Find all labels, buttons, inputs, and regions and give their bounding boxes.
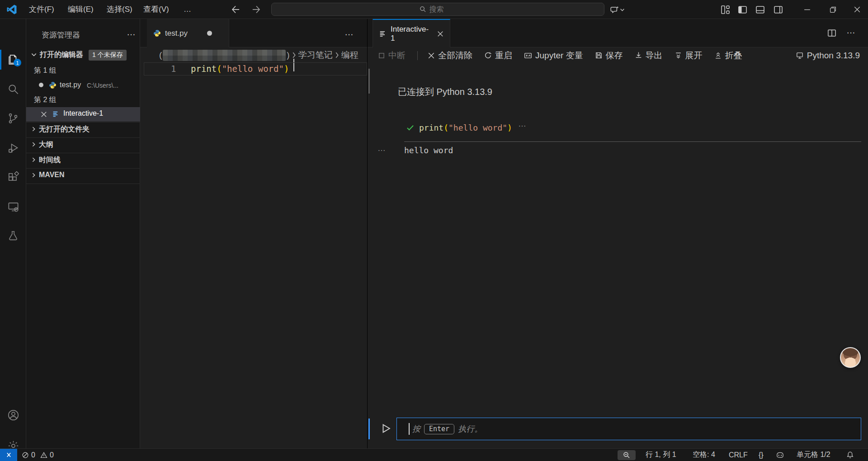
language-braces-item[interactable]: {} (759, 449, 764, 461)
sidebar-item-source-control[interactable] (0, 107, 26, 130)
scrollbar-indicator[interactable] (368, 69, 370, 94)
input-cursor (409, 423, 410, 435)
editor-tab-bar: test.py … (140, 19, 367, 47)
close-editor-icon[interactable] (41, 111, 47, 118)
eol-item[interactable]: CRLF (729, 449, 748, 461)
code-token-function: print (419, 123, 443, 132)
zoom-out-icon (623, 452, 630, 459)
vscode-window: 文件(F) 编辑(E) 选择(S) 查看(V) … (0, 0, 868, 461)
tab-close-icon[interactable] (437, 31, 443, 37)
output-more-actions-icon[interactable]: … (377, 144, 386, 153)
toggle-secondary-sidebar-icon[interactable] (772, 4, 784, 15)
nav-back-icon[interactable] (230, 4, 241, 15)
tab-testpy[interactable]: test.py (147, 19, 229, 47)
window-close-icon[interactable] (851, 4, 863, 15)
modified-dot-icon[interactable] (39, 83, 43, 87)
customize-layout-icon[interactable] (719, 4, 731, 15)
breadcrumb[interactable]: ( ) 学习笔记 编程 (140, 47, 367, 63)
split-editor-icon[interactable] (827, 28, 836, 38)
clear-all-button[interactable]: 全部清除 (428, 50, 472, 61)
export-button[interactable]: 导出 (635, 50, 663, 61)
indentation-item[interactable]: 空格: 4 (693, 449, 715, 461)
interactive-window-panel: Interactive-1 … 中断 全部清除 重启 (368, 19, 868, 448)
code-token-paren: ) (507, 123, 512, 132)
breadcrumb-chevron-icon (334, 52, 340, 59)
toggle-sidebar-icon[interactable] (736, 4, 748, 15)
cell-more-actions-icon[interactable]: … (518, 119, 527, 129)
status-bar: 0 0 行 1, 列 1 空格: 4 CRLF {} 单元格 1/2 (0, 448, 868, 461)
python-file-icon (153, 29, 161, 37)
expand-all-button[interactable]: 展开 (675, 50, 703, 61)
sidebar-item-run-debug[interactable] (0, 136, 26, 160)
interactive-tab-bar: Interactive-1 … (368, 19, 868, 47)
interactive-toolbar: 中断 全部清除 重启 Jupyter 变量 保存 导出 (368, 47, 868, 63)
sidebar-section-maven[interactable]: MAVEN (39, 171, 65, 179)
problems-indicator[interactable]: 0 0 (22, 449, 54, 461)
copilot-icon[interactable] (608, 4, 627, 15)
panel-more-actions-icon[interactable]: … (846, 25, 856, 36)
tab-interactive-1[interactable]: Interactive-1 (373, 19, 450, 47)
sidebar-item-testing[interactable] (0, 224, 26, 248)
section-chevron-icon (31, 172, 37, 178)
editor-group-1-label: 第 1 组 (34, 66, 57, 75)
search-input[interactable] (429, 5, 457, 14)
menu-view[interactable]: 查看(V) (141, 4, 172, 15)
kernel-picker[interactable]: Python 3.13.9 (796, 51, 860, 61)
tab-modified-dot-icon[interactable] (207, 31, 212, 36)
notifications-bell-icon[interactable] (846, 449, 854, 461)
sidebar-section-no-folder[interactable]: 无打开的文件夹 (39, 125, 90, 134)
search-icon (420, 6, 426, 13)
zoom-status-item[interactable] (618, 450, 636, 460)
breadcrumb-close-paren: ) (287, 50, 289, 60)
breadcrumb-segment-notes[interactable]: 学习笔记 (298, 49, 333, 61)
editor-actions-more-icon[interactable]: … (344, 27, 354, 38)
cell-indicator-item[interactable]: 单元格 1/2 (797, 449, 830, 461)
restart-button[interactable]: 重启 (484, 50, 512, 61)
sidebar-section-outline[interactable]: 大纲 (39, 140, 53, 150)
code-token-string: "hello word" (448, 123, 507, 132)
sidebar-item-search[interactable] (0, 77, 26, 101)
floating-avatar[interactable] (840, 347, 861, 368)
sidebar-item-explorer[interactable]: 1 (0, 48, 26, 71)
jupyter-variables-button[interactable]: Jupyter 变量 (524, 50, 583, 61)
open-editor-item-interactive-selected[interactable]: Interactive-1 (26, 107, 140, 122)
open-editor-item-testpy[interactable]: test.py C:\Users\... (26, 78, 140, 93)
sidebar-item-extensions[interactable] (0, 165, 26, 189)
interrupt-button[interactable]: 中断 (378, 50, 406, 61)
cell-code[interactable]: print("hello word") (419, 123, 512, 132)
remote-indicator[interactable] (0, 449, 17, 461)
window-restore-icon[interactable] (827, 4, 839, 15)
run-cell-button[interactable] (380, 423, 392, 434)
sidebar-section-timeline[interactable]: 时间线 (39, 155, 61, 165)
sidebar-more-actions-icon[interactable]: … (127, 27, 136, 38)
toggle-panel-icon[interactable] (754, 4, 766, 15)
copilot-status-icon[interactable] (776, 449, 784, 461)
input-placeholder-pre: 按 (412, 423, 420, 434)
open-editors-header[interactable]: 打开的编辑器 (40, 50, 83, 60)
code-token-string: "hello word" (222, 64, 284, 74)
breadcrumb-open-paren: ( (159, 50, 162, 60)
save-icon (595, 52, 603, 59)
code-line[interactable]: print("hello word") (191, 64, 289, 74)
save-button[interactable]: 保存 (595, 50, 623, 61)
breadcrumb-segment-programming[interactable]: 编程 (341, 49, 359, 61)
code-token-paren: ( (443, 123, 448, 132)
code-token-paren: ) (284, 64, 289, 74)
vscode-logo-icon (6, 4, 17, 15)
toolbar-divider (417, 51, 418, 60)
window-minimize-icon[interactable] (801, 4, 813, 15)
menu-edit[interactable]: 编辑(E) (65, 4, 96, 15)
interactive-cell[interactable]: print("hello word") … (404, 118, 861, 142)
account-icon[interactable] (0, 403, 26, 427)
nav-forward-icon[interactable] (250, 4, 262, 15)
global-search-box[interactable] (271, 3, 604, 16)
menu-file[interactable]: 文件(F) (26, 4, 57, 15)
menu-selection[interactable]: 选择(S) (104, 4, 135, 15)
interactive-input-editor[interactable]: 按 Enter 执行。 (396, 418, 861, 440)
cursor-position-item[interactable]: 行 1, 列 1 (646, 449, 676, 461)
menu-more-icon[interactable]: … (181, 4, 195, 15)
open-editor-interactive-name: Interactive-1 (63, 109, 103, 118)
sidebar-item-remote-explorer[interactable] (0, 195, 26, 218)
collapse-all-button[interactable]: 折叠 (714, 50, 742, 61)
activity-bar: 1 (0, 19, 26, 448)
